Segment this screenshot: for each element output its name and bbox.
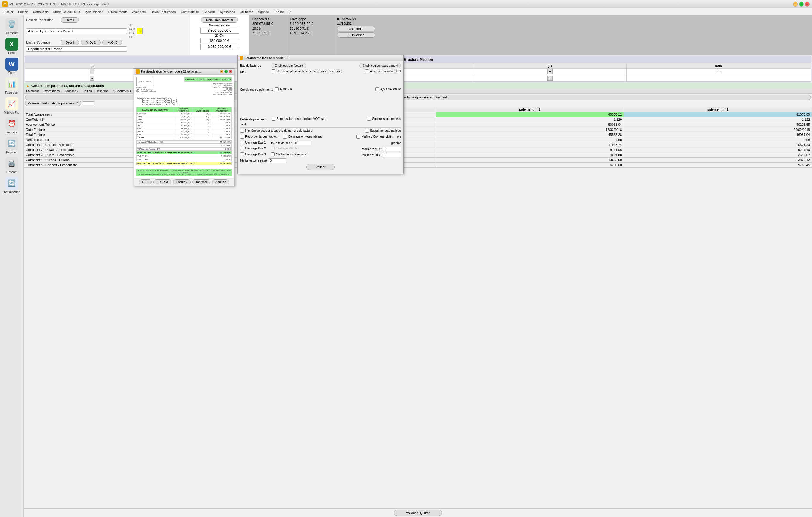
tab-paiement[interactable]: Paiement (24, 89, 41, 93)
menu-agence[interactable]: Agence (256, 9, 271, 14)
mo3-button[interactable]: M.O. 3 (103, 40, 122, 45)
supprimer-auto-checkbox[interactable] (365, 129, 369, 132)
modal-win-buttons: − □ × (220, 70, 232, 73)
annuler-button[interactable]: Annuler (212, 179, 229, 184)
maitre-ouvrage-input[interactable] (26, 46, 127, 52)
menu-theme[interactable]: Thème (271, 9, 286, 14)
pdf-button[interactable]: PDF (139, 179, 152, 184)
centrage-rib-bas-label: Centrage Rib Bas (276, 147, 299, 150)
tab-insertion[interactable]: Insertion (95, 89, 111, 93)
sidebar-item-corbeille[interactable]: 🗑️ Corbeille (1, 17, 23, 36)
col-p2: paiement n° 2 (624, 107, 812, 112)
paiement-n-input[interactable] (83, 101, 94, 105)
nb-label: NB : (240, 70, 270, 73)
sidebar-item-sequoia[interactable]: ⏰ Séquoia (1, 116, 23, 135)
row-p2: 41075,80 (624, 112, 812, 117)
maximize-button[interactable]: + (799, 2, 804, 6)
valider-params-button[interactable]: Valider (306, 164, 335, 170)
acompte-checkbox[interactable] (271, 69, 276, 73)
numero-dossier-checkbox[interactable] (240, 129, 244, 132)
row-p2: 22/02/2018 (624, 127, 812, 132)
invoice-mission-row: A.P.D.60 253,25 €25,0015 058,31 € (137, 118, 232, 121)
imprimer-button[interactable]: Imprimer (192, 179, 210, 184)
invoice-mission-row: A.C.T.25 314,25 €0,000,00 € (137, 124, 232, 127)
invoice-content: Cm2i Sarllogo Charlet Jean Tél. : 04 88 … (134, 75, 234, 178)
invoice-summary-row: TVA 20.0 %8 862,89 € (136, 155, 232, 158)
cinverse-button[interactable]: C. Inversée (337, 32, 375, 38)
menu-comptabilite[interactable]: Comptabilité (178, 9, 201, 14)
modal-minimize[interactable]: − (220, 70, 224, 73)
maitre-multi-checkbox[interactable] (356, 135, 360, 139)
ins-label: Ins (397, 135, 401, 139)
tab-5-documents[interactable]: 5 Documents (111, 89, 134, 93)
facturx-button[interactable]: Factur-x (173, 179, 191, 184)
menu-syntheses[interactable]: Synthèses (217, 9, 237, 14)
menu-mode-calcul[interactable]: Mode Calcul 2019 (51, 9, 82, 14)
graphic-label: graphic (391, 142, 401, 145)
nb-lignes-input[interactable] (269, 158, 286, 163)
menu-help[interactable]: ? (286, 9, 293, 14)
enveloppe-value3: 4 391 614,26 € (290, 31, 333, 35)
afficher-formule-checkbox[interactable] (271, 152, 274, 156)
centrage-bas2-checkbox[interactable] (240, 147, 244, 150)
nom-operation-input[interactable] (26, 28, 127, 34)
menu-type-mission[interactable]: Type mission (82, 9, 106, 14)
suppression2-checkbox[interactable] (367, 117, 371, 121)
calendrier-button[interactable]: Calendrier (337, 26, 375, 31)
row-p1: 1.129 (436, 117, 624, 122)
choix-couleur-button[interactable]: Choix couleur facture (271, 63, 306, 68)
afficher-checkbox[interactable] (365, 69, 369, 73)
centrage-bas1-checkbox[interactable] (240, 141, 244, 145)
modal-title-bar: Prévisualisation facture modèle 22 (phas… (134, 68, 234, 75)
menu-avenants[interactable]: Avenants (130, 9, 148, 14)
menu-devis-facturation[interactable]: Devis/Facturation (148, 9, 178, 14)
sidebar-item-excel[interactable]: X Excel (1, 36, 23, 56)
tab-edition[interactable]: Edition (81, 89, 95, 93)
pdfa3-button[interactable]: PDF/A-3 (153, 179, 171, 184)
modal-maximize[interactable]: □ (224, 70, 228, 73)
ajout-no-affaire-checkbox[interactable] (375, 87, 379, 91)
taille-val-input[interactable] (293, 141, 311, 145)
detail-travaux-button[interactable]: Détail des Travaux (201, 17, 238, 23)
corbeille-icon: 🗑️ (5, 18, 19, 31)
sidebar-item-medicis-pro[interactable]: 📈 Médicis Pro (1, 96, 23, 115)
choix-couleur-zone-button[interactable]: Choix couleur texte zone c (359, 63, 401, 68)
position-y-rib-input[interactable] (383, 153, 401, 157)
modal-logo (136, 69, 140, 73)
position-y-mo-input[interactable] (383, 147, 401, 151)
sidebar-item-revision[interactable]: 🔄 Révision (1, 136, 23, 155)
auto-n-btn[interactable]: Paiement automatique paiement n° (25, 100, 81, 106)
sidebar-item-actualisation[interactable]: 🔄 Actualisation (1, 176, 23, 195)
centrage-bas3-checkbox[interactable] (240, 152, 244, 156)
menu-serveur[interactable]: Serveur (201, 9, 218, 14)
suppression-checkbox[interactable] (271, 117, 276, 121)
tab-impressions[interactable]: Impressions (41, 89, 62, 93)
menu-cotraitants[interactable]: Cotraitants (31, 9, 51, 14)
menu-fichier[interactable]: Fichier (1, 9, 16, 14)
centrage-rib-bas-checkbox[interactable] (271, 147, 274, 150)
faberplan-label: Faberplan (5, 91, 19, 94)
modal-close[interactable]: × (229, 70, 232, 73)
detail-button-2[interactable]: Détail (61, 40, 79, 45)
invoice-mission-row: OPC44 744,70 €0,000,00 € (137, 133, 232, 136)
phase-plus[interactable]: + (473, 68, 627, 75)
sidebar-item-word[interactable]: W Word (1, 56, 23, 75)
menu-bar: Fichier Edition Cotraitants Mode Calcul … (0, 8, 812, 16)
close-button[interactable]: × (805, 2, 810, 6)
tab-situations[interactable]: Situations (62, 89, 81, 93)
centrage-entetes-checkbox[interactable] (283, 135, 287, 139)
acompte-label: N° d'acompte à la place de l'objet (nom … (277, 70, 342, 73)
detail-button[interactable]: Détail (61, 17, 79, 23)
sidebar-item-faberplan[interactable]: 📊 Faberplan (1, 76, 23, 95)
valider-quitter-button[interactable]: Valider & Quitter (394, 510, 442, 516)
minimize-button[interactable]: − (793, 2, 798, 6)
sidebar-item-gescant[interactable]: 🖨️ Gescant (1, 156, 23, 175)
reduction-checkbox[interactable] (240, 135, 244, 139)
mo2-button[interactable]: M.O. 2 (81, 40, 100, 45)
ajout-rib-checkbox[interactable] (275, 87, 279, 91)
phase-plus[interactable]: + (473, 75, 627, 82)
menu-edition[interactable]: Edition (16, 9, 31, 14)
centrage-entetes-label: Centrage en-têtes tableau (288, 135, 323, 138)
menu-5-documents[interactable]: 5 Documents (106, 9, 130, 14)
menu-utilitaires[interactable]: Utilitaires (237, 9, 256, 14)
